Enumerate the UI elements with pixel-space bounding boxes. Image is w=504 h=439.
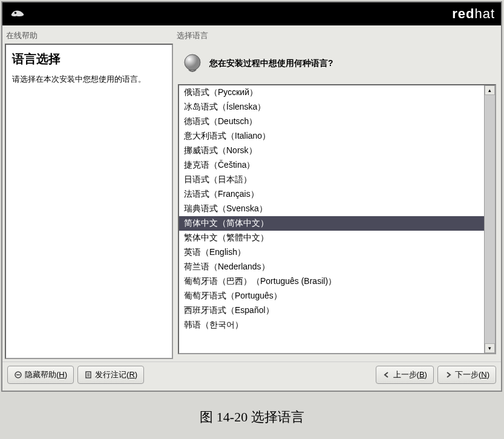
language-option[interactable]: 冰岛语式（Íslenska） [179,100,484,114]
installer-window: redhat 在线帮助 语言选择 请选择在本次安装中您想使用的语言。 选择语言 [1,1,502,392]
language-option[interactable]: 荷兰语（Nederlands） [179,260,484,274]
help-panel-label: 在线帮助 [5,28,173,44]
content-area: 在线帮助 语言选择 请选择在本次安装中您想使用的语言。 选择语言 [2,25,501,361]
release-notes-label: 发行注记(R) [95,369,137,380]
language-panel: 选择语言 您在安装过程中想使用何种语言? [175,28,499,359]
language-option[interactable]: 德语式（Deutsch） [179,114,484,129]
help-panel: 在线帮助 语言选择 请选择在本次安装中您想使用的语言。 [5,28,173,359]
brand-text: redhat [452,6,495,22]
language-option[interactable]: 法语式（Français） [179,187,484,202]
language-option[interactable]: 葡萄牙语式（Português） [179,289,484,303]
redhat-logo-icon [8,5,27,23]
globe-icon [182,53,203,74]
language-option[interactable]: 韩语（한국어） [179,318,484,332]
help-box: 语言选择 请选择在本次安装中您想使用的语言。 [5,44,173,359]
figure-caption: 图 14-20 选择语言 [0,393,504,432]
language-option[interactable]: 简体中文（简体中文） [179,216,484,231]
scroll-down-button[interactable]: ▾ [485,343,495,353]
prompt-row: 您在安装过程中想使用何种语言? [175,44,499,81]
language-option[interactable]: 繁体中文（繁體中文） [179,231,484,245]
language-option[interactable]: 西班牙语式（Español） [179,303,484,318]
language-option[interactable]: 挪威语式（Norsk） [179,144,484,158]
language-option[interactable]: 捷克语（Čeština） [179,158,484,173]
language-option[interactable]: 葡萄牙语（巴西）（Português (Brasil)） [179,274,484,289]
language-option[interactable]: 瑞典语式（Svenska） [179,202,484,216]
back-arrow-icon [382,371,391,379]
release-notes-button[interactable]: 发行注记(R) [77,366,144,384]
hide-help-button[interactable]: 隐藏帮助(H) [7,366,74,384]
notes-icon [84,371,93,379]
hide-icon [14,371,22,379]
language-option[interactable]: 俄语式（Русский） [179,85,484,100]
scroll-up-button[interactable]: ▴ [485,85,495,95]
next-button[interactable]: 下一步(N) [437,366,496,384]
next-label: 下一步(N) [455,369,489,380]
language-option[interactable]: 英语（English） [179,245,484,260]
language-list-container: 俄语式（Русский）冰岛语式（Íslenska）德语式（Deutsch）意大… [178,84,496,354]
hide-help-label: 隐藏帮助(H) [25,369,67,380]
bottom-bar: 隐藏帮助(H) 发行注记(R) 上一步(B) 下一步(N) [2,361,501,387]
prompt-text: 您在安装过程中想使用何种语言? [209,58,333,69]
svg-point-1 [185,54,200,70]
language-option[interactable]: 日语式（日本語） [179,173,484,187]
language-panel-label: 选择语言 [175,28,499,44]
svg-point-0 [15,12,17,15]
scroll-track[interactable] [485,95,495,343]
language-list[interactable]: 俄语式（Русский）冰岛语式（Íslenska）德语式（Deutsch）意大… [179,85,484,353]
next-arrow-icon [444,371,453,379]
help-text: 请选择在本次安装中您想使用的语言。 [12,73,166,86]
back-button[interactable]: 上一步(B) [376,366,434,384]
scrollbar[interactable]: ▴ ▾ [484,85,495,353]
titlebar: redhat [2,2,501,25]
help-title: 语言选择 [12,51,166,67]
back-label: 上一步(B) [393,369,427,380]
language-option[interactable]: 意大利语式（Italiano） [179,129,484,144]
